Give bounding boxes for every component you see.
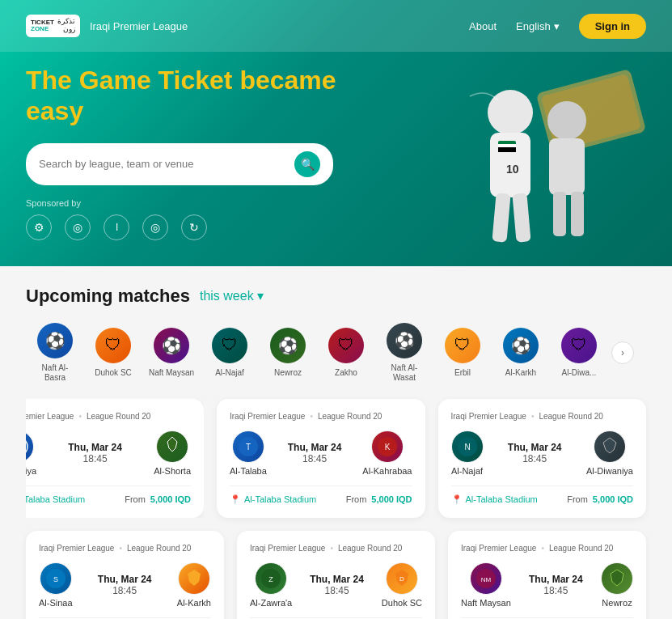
svg-rect-5 bbox=[492, 193, 510, 242]
team2-logo-partial bbox=[156, 430, 188, 463]
card-league-partial: Iraqi Premier League • League Round 20 bbox=[26, 412, 191, 421]
team2-logo-0: K bbox=[371, 430, 404, 463]
team-logo-karkh: ⚽ bbox=[503, 328, 539, 363]
svg-rect-13 bbox=[498, 147, 516, 152]
bottom-team1-logo-0: S bbox=[40, 562, 72, 595]
bottom-team1-name-2: Naft Maysan bbox=[461, 598, 511, 608]
match-center-0: Thu, Mar 24 18:45 bbox=[288, 442, 342, 464]
svg-rect-8 bbox=[549, 138, 585, 195]
team-name-newroz: Newroz bbox=[274, 368, 302, 378]
sponsor-icon-5: ↻ bbox=[181, 214, 207, 240]
svg-point-7 bbox=[547, 101, 586, 140]
svg-rect-10 bbox=[571, 192, 584, 236]
svg-text:T: T bbox=[246, 443, 251, 452]
team1-logo-0: T bbox=[232, 430, 264, 463]
bottom-card-0: Iraqi Premier League • League Round 20 S… bbox=[26, 531, 224, 619]
card-league-1: Iraqi Premier League • League Round 20 bbox=[451, 412, 634, 421]
bottom-match-center-2: Thu, Mar 24 18:45 bbox=[529, 574, 583, 596]
bottom-team2-name-1: Duhok SC bbox=[382, 598, 422, 608]
card-league-0: Iraqi Premier League • League Round 20 bbox=[230, 412, 412, 421]
sign-in-button[interactable]: Sign in bbox=[579, 14, 646, 39]
language-selector[interactable]: English ▾ bbox=[516, 20, 560, 32]
team-item-karkh[interactable]: ⚽ Al-Karkh bbox=[492, 328, 550, 378]
venue-link-0[interactable]: 📍 Al-Talaba Stadium bbox=[230, 494, 316, 505]
logo-box: TICKET ZONE تذكرةزون bbox=[26, 15, 80, 37]
svg-text:S: S bbox=[53, 575, 58, 583]
team2-block-0: K Al-Kahrabaa bbox=[362, 430, 412, 476]
teams-scroll: ⚽ Naft Al-Basra 🛡 Duhok SC ⚽ Naft Maysan… bbox=[26, 323, 646, 383]
logo-area: TICKET ZONE تذكرةزون Iraqi Premier Leagu… bbox=[26, 15, 188, 37]
bottom-team2-block-2: Newroz bbox=[601, 562, 633, 608]
bottom-team1-name-0: Al-Sinaa bbox=[39, 598, 73, 608]
bottom-team2-logo-1: D bbox=[386, 562, 418, 595]
team-item-diwaniya[interactable]: 🛡 Al-Diwa... bbox=[550, 328, 608, 378]
team2-name-partial: Al-Shorta bbox=[154, 466, 191, 476]
partial-card-container: Iraqi Premier League • League Round 20 ⚽… bbox=[26, 399, 204, 518]
match-card-1: Iraqi Premier League • League Round 20 N… bbox=[438, 399, 647, 518]
team-logo-erbil: 🛡 bbox=[445, 328, 480, 363]
team1-block-partial: ⚽ Al-Jawiya bbox=[26, 430, 36, 476]
match-info-partial: ⚽ Al-Jawiya Thu, Mar 24 18:45 Al-Shorta bbox=[26, 430, 191, 476]
team1-name-0: Al-Talaba bbox=[230, 466, 267, 476]
bottom-match-info-1: Z Al-Zawra'a Thu, Mar 24 18:45 D Duhok S… bbox=[250, 562, 422, 608]
team-name-naft-wasat: Naft Al-Wasat bbox=[391, 363, 418, 383]
team2-name-1: Al-Diwaniya bbox=[586, 466, 633, 476]
team-name-diwaniya: Al-Diwa... bbox=[562, 368, 597, 378]
bottom-match-info-0: S Al-Sinaa Thu, Mar 24 18:45 Al-Karkh bbox=[39, 562, 211, 608]
bottom-card-league-1: Iraqi Premier League • League Round 20 bbox=[250, 544, 422, 553]
team-item-najaf[interactable]: 🛡 Al-Najaf bbox=[201, 328, 259, 378]
team-name-naft-maysan: Naft Maysan bbox=[149, 368, 194, 378]
venue-link-partial[interactable]: 📍 Al-Talaba Stadium bbox=[26, 494, 85, 505]
team2-block-partial: Al-Shorta bbox=[154, 430, 191, 476]
team-item-duhok[interactable]: 🛡 Duhok SC bbox=[84, 328, 142, 378]
match-info-1: N Al-Najaf Thu, Mar 24 18:45 Al-Diwaniya bbox=[451, 430, 634, 476]
svg-text:10: 10 bbox=[506, 163, 519, 176]
section-header: Upcoming matches this week ▾ bbox=[26, 286, 646, 307]
bottom-team2-block-0: Al-Karkh bbox=[177, 562, 211, 608]
svg-text:Z: Z bbox=[268, 575, 273, 583]
hero-title: The Game Ticket became easy bbox=[26, 65, 390, 127]
bottom-team1-block-0: S Al-Sinaa bbox=[39, 562, 73, 608]
svg-text:K: K bbox=[385, 443, 391, 452]
team-logo-newroz: ⚽ bbox=[270, 328, 306, 363]
team-item-naft-basra[interactable]: ⚽ Naft Al-Basra bbox=[26, 323, 84, 383]
team1-logo-1: N bbox=[451, 430, 484, 463]
team-item-newroz[interactable]: ⚽ Newroz bbox=[259, 328, 317, 378]
bottom-card-league-0: Iraqi Premier League • League Round 20 bbox=[39, 544, 211, 553]
team-logo-najaf: 🛡 bbox=[212, 328, 247, 363]
venue-link-1[interactable]: 📍 Al-Talaba Stadium bbox=[451, 494, 538, 505]
sponsor-icon-2: ◎ bbox=[65, 214, 91, 240]
team1-name-1: Al-Najaf bbox=[451, 466, 483, 476]
svg-rect-6 bbox=[512, 193, 530, 242]
logo-zone: ZONE bbox=[31, 26, 54, 32]
team2-block-1: Al-Diwaniya bbox=[586, 430, 633, 476]
team-item-erbil[interactable]: 🛡 Erbil bbox=[433, 328, 492, 378]
team-item-zakho[interactable]: 🛡 Zakho bbox=[317, 328, 375, 378]
chevron-down-icon: ▾ bbox=[554, 20, 560, 32]
hero-content: The Game Ticket became easy 🔍 Sponsored … bbox=[26, 65, 390, 240]
search-input[interactable] bbox=[39, 158, 288, 170]
bottom-card-1: Iraqi Premier League • League Round 20 Z… bbox=[237, 531, 435, 619]
league-name: Iraqi Premier League bbox=[90, 20, 188, 32]
sponsor-icon-3: ﺍ bbox=[104, 214, 129, 240]
card-footer-1: 📍 Al-Talaba Stadium From 5,000 IQD bbox=[451, 485, 634, 505]
team1-block-0: T Al-Talaba bbox=[230, 430, 267, 476]
team-item-naft-wasat[interactable]: ⚽ Naft Al-Wasat bbox=[375, 323, 433, 383]
bottom-team1-block-1: Z Al-Zawra'a bbox=[250, 562, 292, 608]
team2-logo-1 bbox=[594, 430, 626, 463]
search-button[interactable]: 🔍 bbox=[294, 151, 320, 177]
team1-block-1: N Al-Najaf bbox=[451, 430, 484, 476]
scroll-right-button[interactable]: › bbox=[611, 341, 634, 364]
team1-name-partial: Al-Jawiya bbox=[26, 466, 36, 476]
header: TICKET ZONE تذكرةزون Iraqi Premier Leagu… bbox=[0, 0, 672, 52]
sponsor-icon-4: ◎ bbox=[142, 214, 168, 240]
team-item-naft-maysan[interactable]: ⚽ Naft Maysan bbox=[142, 328, 201, 378]
week-filter[interactable]: this week ▾ bbox=[200, 288, 264, 303]
about-link[interactable]: About bbox=[469, 20, 497, 32]
top-cards-row: Iraqi Premier League • League Round 20 ⚽… bbox=[26, 399, 646, 518]
bottom-team2-logo-2 bbox=[601, 562, 633, 595]
match-info-0: T Al-Talaba Thu, Mar 24 18:45 K Al-Kahra… bbox=[230, 430, 412, 476]
svg-text:N: N bbox=[464, 443, 470, 452]
price-area-1: From 5,000 IQD bbox=[567, 494, 633, 504]
svg-rect-9 bbox=[553, 192, 566, 236]
